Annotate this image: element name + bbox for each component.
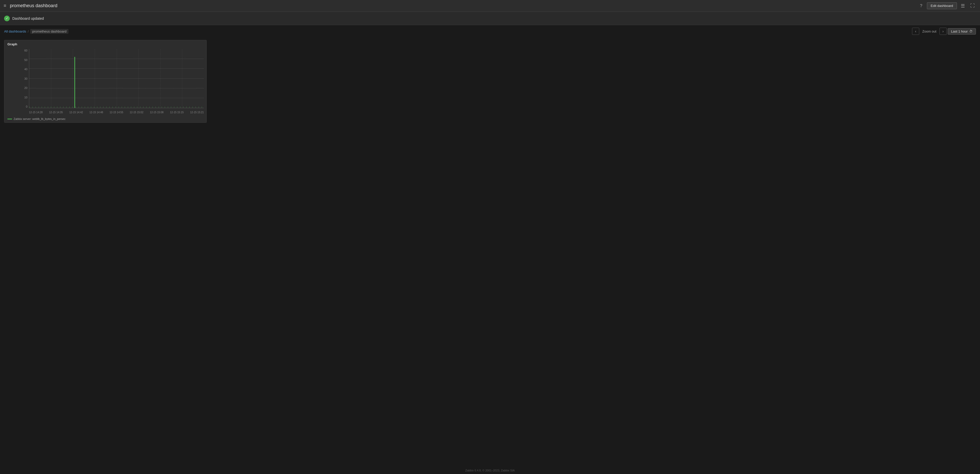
graph-area: 0 10 20 30 40 50 60	[4, 48, 207, 116]
all-dashboards-link[interactable]: All dashboards	[4, 30, 26, 33]
breadcrumb: All dashboards / prometheus dashboard	[4, 29, 68, 34]
graph-widget-title: Graph	[4, 40, 207, 48]
notification-text: Dashboard updated	[12, 16, 44, 21]
legend-label: Zabbix server: weblb_lb_bytes_in_persec	[14, 117, 65, 120]
breadcrumb-bar: All dashboards / prometheus dashboard ‹ …	[0, 25, 980, 37]
x-label-6: 12-15 15:08	[150, 111, 163, 114]
notification-check-icon: ✓	[4, 16, 10, 21]
x-label-5: 12-15 15:02	[130, 111, 143, 114]
x-label-0: 12-15 14:28	[29, 111, 43, 114]
y-label-40: 40	[17, 68, 27, 71]
x-axis-labels: 12-15 14:28 12-15 14:35 12-15 14:42 12-1…	[29, 109, 204, 116]
x-label-2: 12-15 14:42	[69, 111, 83, 114]
y-label-20: 20	[17, 87, 27, 89]
footer-text: Zabbix 6.4.8, © 2001–2023, Zabbix SIA	[465, 469, 515, 472]
graph-spike	[74, 57, 75, 108]
main-content: Graph 0 10 20 30 40 50 60	[0, 37, 980, 125]
edit-dashboard-button[interactable]: Edit dashboard	[927, 2, 957, 9]
top-navigation: ≡ prometheus dashboard ? Edit dashboard …	[0, 0, 980, 12]
legend-color-indicator	[8, 119, 12, 119]
time-controls: ‹ Zoom out › Last 1 hour ⏱	[912, 28, 976, 35]
y-axis: 0 10 20 30 40 50 60	[17, 49, 29, 108]
page-title: prometheus dashboard	[10, 3, 918, 8]
time-prev-button[interactable]: ‹	[912, 28, 919, 35]
x-label-8: 12-15 15:21	[190, 111, 204, 114]
vertical-grid-lines	[29, 49, 204, 108]
time-next-button[interactable]: ›	[940, 28, 947, 35]
y-label-0: 0	[17, 105, 27, 108]
breadcrumb-separator: /	[28, 30, 29, 33]
x-label-3: 12-15 14:48	[89, 111, 103, 114]
help-icon[interactable]: ?	[918, 2, 925, 10]
last-1hour-button[interactable]: Last 1 hour ⏱	[948, 28, 976, 35]
footer: Zabbix 6.4.8, © 2001–2023, Zabbix SIA	[0, 467, 980, 474]
hamburger-icon[interactable]: ≡	[3, 3, 6, 8]
graph-inner	[29, 49, 204, 108]
graph-container: 0 10 20 30 40 50 60	[17, 49, 204, 116]
topnav-actions: ? Edit dashboard ☰ ⛶	[918, 2, 977, 10]
graph-widget: Graph 0 10 20 30 40 50 60	[4, 40, 207, 123]
zoom-out-button[interactable]: Zoom out	[920, 29, 939, 34]
y-label-30: 30	[17, 78, 27, 80]
clock-icon: ⏱	[969, 30, 972, 33]
list-view-button[interactable]: ☰	[959, 2, 967, 10]
notification-bar: ✓ Dashboard updated	[0, 12, 980, 25]
x-label-7: 12-15 15:15	[170, 111, 184, 114]
y-label-60: 60	[17, 49, 27, 52]
x-label-4: 12-15 14:55	[110, 111, 123, 114]
x-label-1: 12-15 14:35	[49, 111, 63, 114]
y-label-10: 10	[17, 96, 27, 99]
baseline-svg	[29, 107, 204, 108]
breadcrumb-current: prometheus dashboard	[30, 29, 69, 34]
fullscreen-button[interactable]: ⛶	[969, 2, 977, 10]
graph-legend: Zabbix server: weblb_lb_bytes_in_persec	[4, 116, 207, 122]
last-1hour-label: Last 1 hour	[951, 30, 968, 33]
y-label-50: 50	[17, 59, 27, 62]
